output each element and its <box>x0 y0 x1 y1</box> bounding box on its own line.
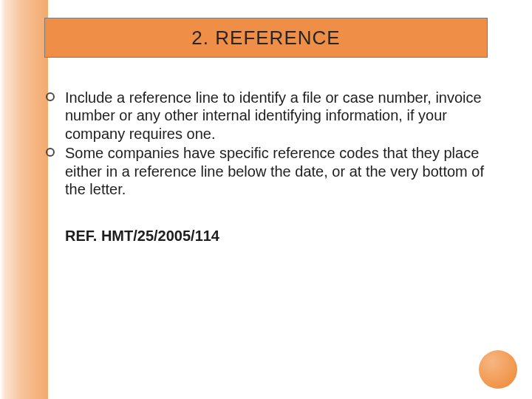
circle-bullet-icon <box>46 148 55 157</box>
circle-bullet-icon <box>46 92 55 101</box>
title-bar: 2. REFERENCE <box>44 18 488 58</box>
left-side-gradient <box>0 0 48 399</box>
list-item: Some companies have specific reference c… <box>46 144 489 198</box>
list-item-text: Some companies have specific reference c… <box>65 145 484 197</box>
bullet-list: Include a reference line to identify a f… <box>46 89 489 198</box>
corner-circle-icon <box>479 350 517 389</box>
list-item: Include a reference line to identify a f… <box>46 89 489 143</box>
slide-title: 2. REFERENCE <box>191 27 340 50</box>
list-item-text: Include a reference line to identify a f… <box>65 89 482 142</box>
reference-code: REF. HMT/25/2005/114 <box>46 228 489 245</box>
content-area: Include a reference line to identify a f… <box>46 89 489 245</box>
